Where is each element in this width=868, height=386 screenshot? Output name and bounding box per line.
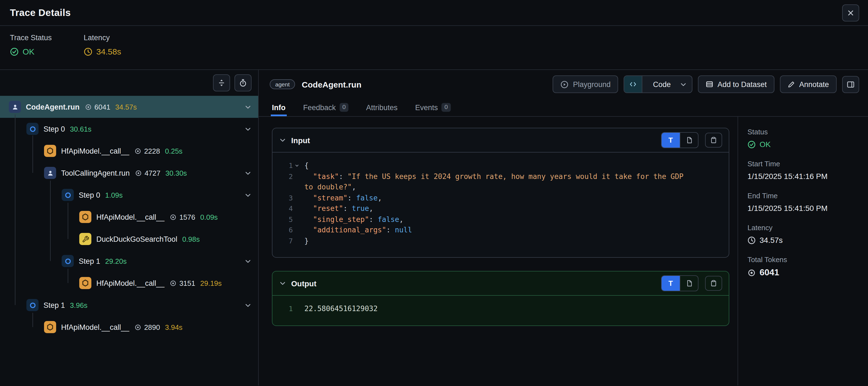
collapse-input-icon[interactable] bbox=[279, 137, 286, 144]
code-text: "additional_args": null bbox=[304, 225, 412, 235]
stopwatch-icon bbox=[239, 79, 247, 87]
add-to-dataset-button[interactable]: Add to Dataset bbox=[698, 76, 774, 93]
model-icon bbox=[44, 321, 56, 333]
check-circle-icon bbox=[10, 47, 19, 56]
start-time-value: 1/15/2025 15:41:16 PM bbox=[747, 172, 861, 181]
tree-row[interactable]: HfApiModel.__call__315129.19s bbox=[0, 272, 258, 294]
status-value: OK bbox=[747, 140, 861, 149]
clipboard-icon bbox=[710, 280, 717, 287]
tab-info[interactable]: Info bbox=[271, 98, 287, 116]
tree-row[interactable]: CodeAgent.run604134.57s bbox=[0, 96, 258, 118]
span-duration: 3.94s bbox=[165, 323, 183, 331]
text-view-button[interactable]: T bbox=[661, 133, 680, 148]
span-name: Step 0 bbox=[79, 191, 100, 199]
output-value: 122.58064516129032 bbox=[273, 296, 729, 325]
code-text: "stream": false, bbox=[304, 192, 382, 203]
trace-latency-block: Latency 34.58s bbox=[84, 34, 121, 62]
chevron-down-icon[interactable] bbox=[244, 258, 252, 265]
fold-spacer bbox=[293, 303, 301, 314]
chevron-down-icon[interactable] bbox=[244, 103, 252, 110]
expand-collapse-all-button[interactable] bbox=[213, 75, 230, 91]
copy-output-button[interactable] bbox=[705, 276, 722, 291]
chevron-down-icon[interactable] bbox=[244, 191, 252, 199]
chevron-down-icon[interactable] bbox=[244, 301, 252, 309]
latency-value: 34.57s bbox=[747, 236, 861, 244]
events-count-badge: 0 bbox=[442, 103, 451, 112]
tab-attributes[interactable]: Attributes bbox=[365, 98, 399, 116]
unfold-vertical-icon bbox=[217, 79, 226, 87]
tree-row[interactable]: ToolCallingAgent.run472730.30s bbox=[0, 162, 258, 184]
document-icon bbox=[686, 280, 693, 287]
tree-connector-line bbox=[50, 181, 51, 261]
tree-row[interactable]: Step 01.09s bbox=[0, 184, 258, 206]
tree-row[interactable]: Step 129.20s bbox=[0, 250, 258, 272]
token-count: 4727 bbox=[134, 169, 160, 177]
output-section: Output T bbox=[272, 271, 729, 326]
span-name: ToolCallingAgent.run bbox=[61, 169, 130, 177]
fold-chevron-icon[interactable] bbox=[293, 160, 301, 171]
step-icon bbox=[26, 123, 38, 135]
code-text: { bbox=[304, 160, 309, 171]
input-controls: T bbox=[661, 132, 722, 148]
token-count: 2228 bbox=[134, 147, 160, 155]
code-line: 4 "reset": true, bbox=[280, 203, 721, 214]
tree-connector-line bbox=[68, 269, 68, 283]
output-controls: T bbox=[661, 275, 722, 291]
line-number: 6 bbox=[280, 225, 293, 235]
code-line: 2 "task": "If the US keeps it 2024 growt… bbox=[280, 171, 721, 192]
token-count-icon bbox=[134, 169, 142, 176]
input-json: 1{2 "task": "If the US keeps it 2024 gro… bbox=[273, 152, 729, 257]
latency-value: 34.58s bbox=[84, 47, 121, 56]
agent-icon bbox=[44, 167, 56, 179]
text-view-button[interactable]: T bbox=[661, 276, 680, 291]
close-button[interactable] bbox=[842, 4, 859, 21]
token-count: 3151 bbox=[169, 279, 195, 287]
tree-row[interactable]: Step 030.61s bbox=[0, 118, 258, 140]
annotate-button[interactable]: Annotate bbox=[780, 76, 837, 93]
tree-connector-line bbox=[15, 115, 16, 305]
span-name: HfApiModel.__call__ bbox=[96, 279, 164, 287]
code-text: 22.58064516129032 bbox=[304, 303, 378, 314]
code-text: "reset": true, bbox=[304, 203, 373, 214]
code-line: 1{ bbox=[280, 160, 721, 171]
feedback-count-badge: 0 bbox=[340, 103, 348, 112]
chevron-down-icon[interactable] bbox=[244, 125, 252, 132]
playground-button[interactable]: Playground bbox=[553, 76, 618, 93]
tree-row[interactable]: HfApiModel.__call__28903.94s bbox=[0, 316, 258, 338]
token-count-icon bbox=[169, 213, 177, 220]
span-duration: 30.61s bbox=[70, 125, 91, 133]
fold-spacer bbox=[293, 235, 301, 246]
line-number: 1 bbox=[280, 303, 293, 314]
tree-row[interactable]: HfApiModel.__call__15760.09s bbox=[0, 206, 258, 228]
span-duration: 0.98s bbox=[182, 235, 200, 243]
tree-row[interactable]: HfApiModel.__call__22280.25s bbox=[0, 140, 258, 162]
document-view-button[interactable] bbox=[680, 133, 698, 148]
tab-events[interactable]: Events 0 bbox=[414, 98, 452, 116]
span-duration: 34.57s bbox=[115, 103, 137, 111]
document-view-button[interactable] bbox=[680, 276, 698, 291]
token-count-icon bbox=[134, 324, 142, 331]
collapse-output-icon[interactable] bbox=[279, 280, 286, 287]
chevron-down-icon[interactable] bbox=[244, 169, 252, 176]
fold-spacer bbox=[293, 214, 301, 225]
span-name: HfApiModel.__call__ bbox=[96, 213, 164, 221]
page-title: Trace Details bbox=[10, 7, 71, 19]
span-title: CodeAgent.run bbox=[302, 80, 362, 89]
latency-toggle-button[interactable] bbox=[235, 75, 252, 91]
tree-row[interactable]: DuckDuckGoSearchTool0.98s bbox=[0, 228, 258, 250]
copy-input-button[interactable] bbox=[705, 133, 722, 148]
latency-label: Latency bbox=[747, 224, 861, 232]
end-time-label: End Time bbox=[747, 191, 861, 200]
span-name: Step 1 bbox=[79, 257, 100, 265]
side-panel-toggle-button[interactable] bbox=[842, 76, 859, 93]
span-kind-badge: agent bbox=[270, 79, 295, 89]
span-duration: 0.09s bbox=[200, 213, 218, 221]
token-count-icon bbox=[169, 279, 177, 287]
input-section: Input T bbox=[272, 128, 729, 258]
tree-row[interactable]: Step 13.96s bbox=[0, 294, 258, 316]
panel-right-icon bbox=[846, 80, 855, 88]
trace-summary: Trace Status OK Latency 34.58s bbox=[0, 26, 868, 70]
tab-feedback[interactable]: Feedback 0 bbox=[302, 98, 350, 116]
token-count-icon bbox=[747, 268, 756, 277]
code-view-dropdown[interactable]: Code bbox=[624, 76, 692, 93]
